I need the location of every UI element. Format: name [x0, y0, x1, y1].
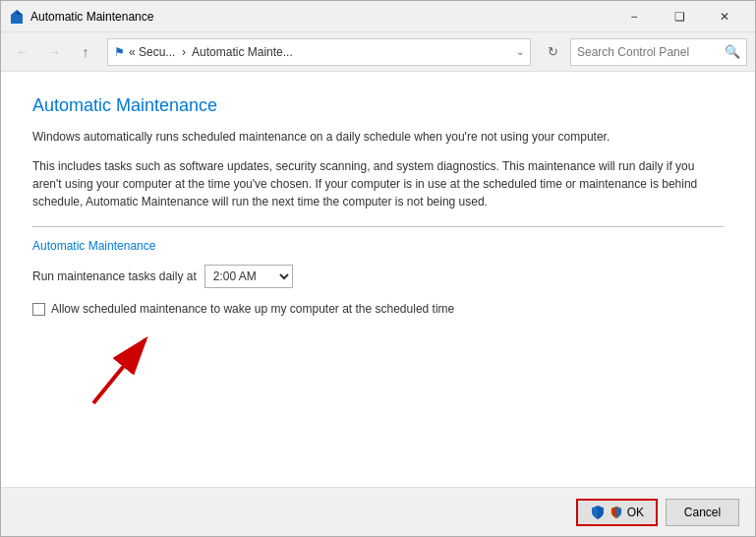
- time-select[interactable]: 12:00 AM 1:00 AM 2:00 AM 3:00 AM 4:00 AM: [204, 265, 293, 288]
- content-area: Automatic Maintenance Windows automatica…: [1, 72, 755, 487]
- uac-shield-icon: [610, 506, 623, 519]
- footer: OK Cancel: [1, 487, 755, 536]
- ok-label: OK: [627, 506, 644, 519]
- minimize-button[interactable]: −: [611, 1, 657, 32]
- refresh-button[interactable]: ↻: [539, 38, 566, 66]
- window-icon: [9, 9, 25, 25]
- search-icon: 🔍: [725, 44, 740, 59]
- wake-checkbox[interactable]: [32, 303, 45, 316]
- restore-button[interactable]: ❑: [657, 1, 702, 32]
- wake-checkbox-row: Allow scheduled maintenance to wake up m…: [32, 302, 724, 316]
- address-path: « Secu... › Automatic Mainte...: [129, 45, 512, 59]
- address-dropdown-icon[interactable]: ⌄: [516, 46, 524, 57]
- wake-checkbox-label: Allow scheduled maintenance to wake up m…: [51, 302, 454, 316]
- page-title: Automatic Maintenance: [32, 95, 724, 116]
- cancel-button[interactable]: Cancel: [666, 499, 739, 526]
- maintenance-time-row: Run maintenance tasks daily at 12:00 AM …: [32, 265, 724, 288]
- back-button[interactable]: ←: [9, 38, 36, 66]
- shield-icon: [590, 505, 606, 520]
- window-title: Automatic Maintenance: [30, 10, 611, 24]
- search-box: 🔍: [570, 38, 747, 66]
- svg-marker-1: [17, 10, 23, 15]
- address-bar: ⚑ « Secu... › Automatic Mainte... ⌄: [107, 38, 531, 66]
- title-bar: Automatic Maintenance − ❑ ✕: [1, 1, 755, 32]
- forward-button[interactable]: →: [40, 38, 68, 66]
- up-button[interactable]: ↑: [72, 38, 99, 66]
- nav-bar: ← → ↑ ⚑ « Secu... › Automatic Mainte... …: [1, 32, 755, 72]
- ok-button[interactable]: OK: [576, 499, 658, 526]
- close-button[interactable]: ✕: [702, 1, 747, 32]
- description-1: Windows automatically runs scheduled mai…: [32, 128, 724, 146]
- section-title: Automatic Maintenance: [32, 239, 724, 253]
- maintenance-label: Run maintenance tasks daily at: [32, 269, 197, 283]
- title-bar-buttons: − ❑ ✕: [611, 1, 747, 32]
- description-2: This includes tasks such as software upd…: [32, 157, 724, 210]
- address-flag-icon: ⚑: [114, 45, 125, 59]
- search-input[interactable]: [577, 45, 725, 59]
- section-divider: [32, 226, 724, 227]
